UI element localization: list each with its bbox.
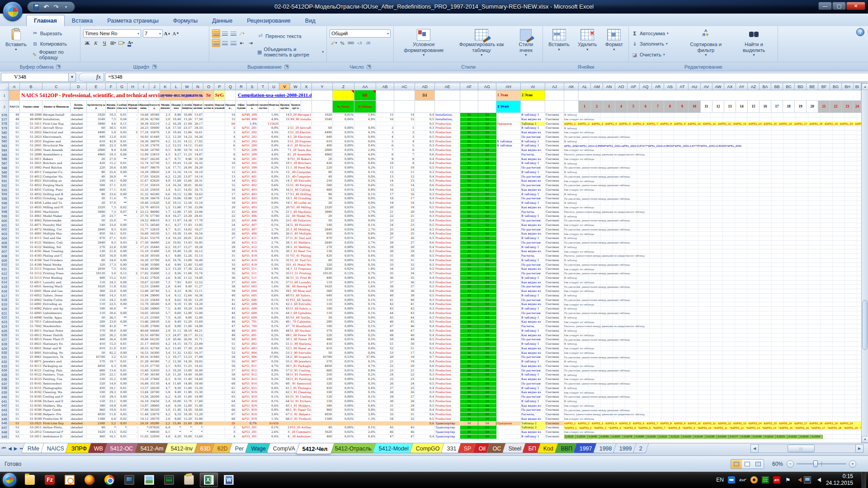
- col-header-AP[interactable]: AP: [627, 83, 640, 90]
- row-header-636[interactable]: 636: [0, 377, 9, 382]
- col-header-D[interactable]: D: [71, 83, 87, 90]
- col-header-AX[interactable]: AX: [724, 83, 736, 90]
- col-header-BG[interactable]: BG: [830, 83, 842, 90]
- row-header-640[interactable]: 640: [0, 395, 9, 399]
- insert-cells-button[interactable]: Вставить▾: [546, 28, 572, 60]
- merge-center-button[interactable]: ▦Объединить и поместить в центре ▾: [257, 48, 324, 56]
- scroll-right-arrow[interactable]: ▶: [855, 444, 863, 453]
- cell-styles-button[interactable]: Стили ячеек▾: [512, 28, 540, 60]
- action-center-flag-icon[interactable]: ⚑: [784, 476, 792, 483]
- find-select-button[interactable]: Найти и выделить▾: [733, 28, 775, 60]
- increase-indent-button[interactable]: ⇥: [246, 39, 255, 47]
- sheet-tab-5412-Чел[interactable]: 5412-Чел: [296, 443, 334, 454]
- align-middle-button[interactable]: [221, 29, 229, 38]
- sheet-tab-5412-Model[interactable]: 5412-Model: [373, 443, 415, 453]
- teamviewer-icon[interactable]: [728, 476, 735, 483]
- row-header-588[interactable]: 588: [0, 166, 9, 170]
- row-header-628[interactable]: 628: [0, 342, 9, 347]
- col-header-Q[interactable]: Q: [225, 83, 236, 90]
- row-header-597[interactable]: 597: [0, 206, 9, 210]
- show-desktop-button[interactable]: [862, 472, 866, 488]
- row-header-612[interactable]: 612: [0, 272, 9, 276]
- row-header-602[interactable]: 602: [0, 228, 9, 232]
- row-header-639[interactable]: 639: [0, 390, 9, 395]
- clear-button[interactable]: ◪Очистить ▾: [632, 51, 679, 59]
- row-header-589[interactable]: 589: [0, 170, 9, 175]
- col-header-I[interactable]: I: [138, 83, 149, 90]
- office-button[interactable]: [3, 1, 23, 21]
- row-header-609[interactable]: 609: [0, 258, 9, 263]
- fill-button[interactable]: ⇓Заполнить ▾: [632, 40, 679, 48]
- ribbon-tab-Рецензирование[interactable]: Рецензирование: [240, 15, 298, 26]
- col-header-N[interactable]: N: [193, 83, 203, 90]
- col-header-AW[interactable]: AW: [712, 83, 724, 90]
- col-header-AU[interactable]: AU: [689, 83, 701, 90]
- dialog-launcher-icon[interactable]: ◥: [367, 65, 371, 69]
- col-header-V[interactable]: V: [279, 83, 290, 90]
- col-header-R[interactable]: R: [236, 83, 247, 90]
- row-header-1[interactable]: 1: [0, 90, 9, 101]
- col-header-AV[interactable]: AV: [701, 83, 712, 90]
- decrease-indent-button[interactable]: ⇤: [238, 39, 246, 47]
- col-header-A[interactable]: A: [9, 83, 20, 90]
- conditional-formatting-button[interactable]: Условное форматирование▾: [396, 28, 451, 60]
- volume-icon[interactable]: [815, 478, 821, 482]
- shrink-font-button[interactable]: A▼: [172, 29, 180, 38]
- underline-button[interactable]: Ч: [100, 39, 108, 47]
- ribbon-tab-Формулы[interactable]: Формулы: [166, 15, 205, 26]
- taskbar-firefox-icon[interactable]: [80, 473, 99, 487]
- taskbar-workstation-icon[interactable]: [120, 473, 138, 487]
- row-header-631[interactable]: 631: [0, 355, 9, 360]
- row-header-608[interactable]: 608: [0, 254, 9, 258]
- row-header-582[interactable]: 582: [0, 140, 9, 144]
- col-header-F[interactable]: F: [106, 83, 117, 90]
- worksheet-grid[interactable]: ABCDEFGHIJKLMNOPQRSTUVWXYZAAABACADAEAFAG…: [0, 83, 861, 443]
- grow-font-button[interactable]: A▲: [163, 29, 171, 38]
- scroll-down-arrow[interactable]: ▼: [862, 436, 868, 443]
- row-header-629[interactable]: 629: [0, 347, 9, 351]
- horizontal-scrollbar[interactable]: ◀ ||| ▶: [750, 444, 863, 453]
- row-header-601[interactable]: 601: [0, 223, 9, 228]
- row-header-600[interactable]: 600: [0, 219, 9, 223]
- dialog-launcher-icon[interactable]: ◥: [284, 65, 289, 69]
- col-header-J[interactable]: J: [149, 83, 160, 90]
- row-header-615[interactable]: 615: [0, 285, 9, 289]
- row-header-645[interactable]: 645: [0, 417, 9, 422]
- close-button[interactable]: ✕: [846, 2, 865, 10]
- col-header-BI[interactable]: BI: [854, 83, 861, 90]
- col-header-AZ[interactable]: AZ: [748, 83, 760, 90]
- col-header-BA[interactable]: BA: [760, 83, 771, 90]
- accounting-format-button[interactable]: 🜚▾: [330, 39, 338, 47]
- row-header-627[interactable]: 627: [0, 338, 9, 342]
- scroll-up-arrow[interactable]: ▲: [862, 83, 868, 90]
- col-header-AS[interactable]: AS: [664, 83, 676, 90]
- zoom-level[interactable]: 60%: [768, 461, 783, 467]
- row-header-630[interactable]: 630: [0, 351, 9, 356]
- column-headers[interactable]: ABCDEFGHIJKLMNOPQRSTUVWXYZAAABACADAEAFAG…: [0, 83, 861, 90]
- col-header-AR[interactable]: AR: [652, 83, 664, 90]
- row-header-633[interactable]: 633: [0, 364, 9, 369]
- row-header-643[interactable]: 643: [0, 408, 9, 413]
- clock[interactable]: 0:15 24.12.2015: [823, 473, 858, 487]
- col-header-AF[interactable]: AF: [460, 83, 478, 90]
- row-header-579[interactable]: 579: [0, 126, 9, 131]
- minimize-button[interactable]: —: [818, 2, 832, 10]
- row-header-606[interactable]: 606: [0, 245, 9, 250]
- align-bottom-button[interactable]: [229, 29, 237, 38]
- ribbon-tab-Вид[interactable]: Вид: [298, 15, 323, 26]
- col-header-L[interactable]: L: [171, 83, 182, 90]
- row-header-591[interactable]: 591: [0, 179, 9, 183]
- col-header-X[interactable]: X: [301, 83, 312, 90]
- sheet-tab-5412-Отрасль[interactable]: 5412-Отрасль: [328, 443, 378, 453]
- col-header-BH[interactable]: BH: [842, 83, 854, 90]
- ati-icon[interactable]: ATI: [773, 476, 780, 483]
- col-header-AE[interactable]: AE: [435, 83, 460, 90]
- insert-function-button[interactable]: fx: [79, 73, 104, 82]
- row-header-638[interactable]: 638: [0, 386, 9, 391]
- view-shortcuts[interactable]: [731, 459, 764, 469]
- row-header-632[interactable]: 632: [0, 360, 9, 364]
- col-header-AH[interactable]: AH: [496, 83, 521, 90]
- row-header-621[interactable]: 621: [0, 311, 9, 316]
- row-header-649[interactable]: 649: [0, 435, 9, 439]
- row-header-637[interactable]: 637: [0, 382, 9, 386]
